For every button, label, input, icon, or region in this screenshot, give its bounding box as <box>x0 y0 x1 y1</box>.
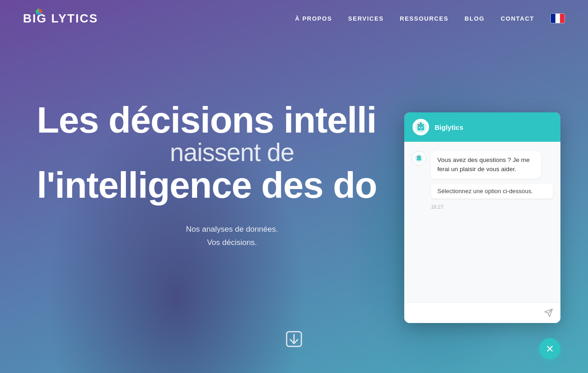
chat-bot-message-wrapper: Vous avez des questions ? Je me ferai un… <box>412 151 553 179</box>
navbar: BIG LYTICS À PROPOS SERVICES RESSOURCES … <box>0 0 588 37</box>
chat-input[interactable] <box>412 310 539 317</box>
svg-point-5 <box>419 127 420 128</box>
hero-subtitle: Nos analyses de données. Vos décisions. <box>37 223 400 250</box>
chat-header-name: Biglytics <box>435 123 464 131</box>
nav-links: À PROPOS SERVICES RESSOURCES BLOG CONTAC… <box>295 13 565 23</box>
logo-letter-b: B <box>23 11 33 25</box>
svg-point-20 <box>420 156 421 157</box>
logo-g-circle <box>36 9 42 15</box>
svg-point-16 <box>418 158 418 159</box>
chat-widget: Biglytics Vous avez des questions ? Je m… <box>404 112 560 323</box>
flag-blue <box>551 14 555 23</box>
hero-title-line1: Les décisions intelli <box>37 100 376 140</box>
chat-main-message: Vous avez des questions ? Je me ferai un… <box>431 151 541 179</box>
svg-point-12 <box>423 124 424 126</box>
svg-point-10 <box>418 124 419 126</box>
chat-bot-avatar <box>412 151 426 166</box>
svg-point-6 <box>421 127 423 128</box>
svg-point-18 <box>417 156 418 157</box>
logo[interactable]: BIG LYTICS <box>23 11 98 26</box>
nav-link-a-propos[interactable]: À PROPOS <box>295 15 332 22</box>
nav-language-switcher[interactable] <box>550 13 565 23</box>
hero-content: Les décisions intellinaissent del'intell… <box>0 37 400 250</box>
nav-link-services[interactable]: SERVICES <box>348 15 384 22</box>
logo-g: G <box>37 11 51 25</box>
nav-item-a-propos[interactable]: À PROPOS <box>295 14 332 22</box>
scroll-down-button[interactable] <box>285 330 303 350</box>
flag-red <box>560 14 565 23</box>
svg-point-17 <box>419 158 420 159</box>
nav-item-ressources[interactable]: RESSOURCES <box>400 14 448 22</box>
bot-avatar-icon <box>414 121 427 134</box>
svg-point-11 <box>420 122 422 124</box>
logo-text: BIG LYTICS <box>23 11 98 26</box>
hero-subtitle-line2: Vos décisions. <box>207 238 257 247</box>
chat-header-avatar <box>413 119 429 135</box>
close-icon <box>545 344 554 353</box>
svg-point-19 <box>418 155 419 156</box>
nav-link-blog[interactable]: BLOG <box>464 15 485 22</box>
chat-close-button[interactable] <box>539 338 560 359</box>
hero-subtitle-line1: Nos analyses de données. <box>186 225 278 234</box>
hero-title: Les décisions intellinaissent del'intell… <box>37 101 400 205</box>
bot-message-icon <box>414 153 424 163</box>
nav-link-contact[interactable]: CONTACT <box>501 15 534 22</box>
chat-send-button[interactable] <box>544 308 553 317</box>
hero-title-line3: l'intelligence des do <box>37 166 400 205</box>
chat-body: Vous avez des questions ? Je me ferai un… <box>404 142 560 302</box>
download-scroll-icon <box>285 330 303 348</box>
chat-timestamp: 16:27 <box>431 204 553 210</box>
send-icon <box>544 308 553 317</box>
nav-item-contact[interactable]: CONTACT <box>501 14 534 22</box>
nav-item-blog[interactable]: BLOG <box>464 14 485 22</box>
nav-item-services[interactable]: SERVICES <box>348 14 384 22</box>
svg-rect-7 <box>420 129 422 129</box>
hero-title-line2: naissent de <box>37 139 400 166</box>
nav-link-ressources[interactable]: RESSOURCES <box>400 15 448 22</box>
chat-option-message[interactable]: Sélectionnez une option ci-dessous. <box>431 184 553 199</box>
svg-rect-15 <box>418 156 420 158</box>
chat-input-area <box>404 302 560 323</box>
chat-header: Biglytics <box>404 112 560 142</box>
flag-white <box>555 14 560 23</box>
french-flag[interactable] <box>550 13 565 23</box>
logo-rest: LYTICS <box>51 11 98 25</box>
